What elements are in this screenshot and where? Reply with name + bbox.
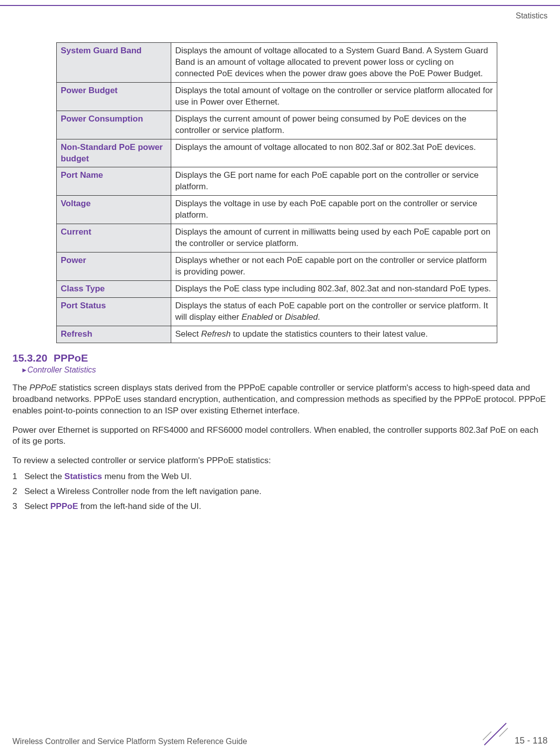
step-number: 3 — [12, 502, 24, 511]
table-row-label: Power Budget — [57, 82, 171, 111]
table-row-description: Displays the amount of current in milliw… — [171, 224, 497, 252]
step-number: 1 — [12, 472, 24, 482]
table-row: VoltageDisplays the voltage in use by ea… — [57, 196, 497, 224]
table-row: CurrentDisplays the amount of current in… — [57, 224, 497, 252]
list-item: 3Select PPPoE from the left-hand side of… — [12, 502, 548, 511]
table-row-label: Current — [57, 224, 171, 252]
table-row-description: Displays whether or not each PoE capable… — [171, 252, 497, 281]
paragraph-3: To review a selected controller or servi… — [12, 455, 548, 467]
paragraph-1: The PPPoE statistics screen displays sta… — [12, 382, 548, 417]
table-row-description: Displays the PoE class type including 80… — [171, 280, 497, 297]
table-row: Power BudgetDisplays the total amount of… — [57, 82, 497, 111]
statistics-definition-table: System Guard BandDisplays the amount of … — [56, 42, 497, 343]
table-row: Non-Standard PoE power budgetDisplays th… — [57, 139, 497, 167]
steps-list: 1Select the Statistics menu from the Web… — [12, 472, 548, 511]
breadcrumb: ▸Controller Statistics — [22, 365, 548, 375]
paragraph-2: Power over Ethernet is supported on RFS4… — [12, 425, 548, 448]
table-row-description: Displays the status of each PoE capable … — [171, 297, 497, 326]
table-row-description: Displays the total amount of voltage on … — [171, 82, 497, 111]
footer-guide-title: Wireless Controller and Service Platform… — [12, 737, 247, 746]
table-body: System Guard BandDisplays the amount of … — [57, 43, 497, 343]
step-text: Select PPPoE from the left-hand side of … — [24, 502, 201, 511]
table-row-label: Class Type — [57, 280, 171, 297]
table-row-label: Refresh — [57, 326, 171, 343]
page-footer: Wireless Controller and Service Platform… — [12, 736, 548, 746]
breadcrumb-text: Controller Statistics — [27, 366, 96, 374]
table-row-label: System Guard Band — [57, 43, 171, 83]
footer-page-number: 15 - 118 — [515, 736, 548, 746]
section-title: PPPoE — [54, 352, 88, 364]
table-row-label: Port Status — [57, 297, 171, 326]
table-row-label: Power Consumption — [57, 111, 171, 139]
table-row-description: Displays the current amount of power bei… — [171, 111, 497, 139]
list-item: 1Select the Statistics menu from the Web… — [12, 472, 548, 482]
section-number: 15.3.20 — [12, 352, 47, 364]
step-text: Select a Wireless Controller node from t… — [24, 487, 261, 497]
header-section-label: Statistics — [516, 11, 548, 20]
table-row-label: Voltage — [57, 196, 171, 224]
step-text: Select the Statistics menu from the Web … — [24, 472, 192, 482]
step-number: 2 — [12, 487, 24, 497]
header-divider — [0, 5, 560, 6]
table-row-label: Port Name — [57, 167, 171, 196]
table-row-description: Displays the voltage in use by each PoE … — [171, 196, 497, 224]
table-row: Power ConsumptionDisplays the current am… — [57, 111, 497, 139]
section-heading: 15.3.20 PPPoE — [12, 352, 548, 364]
table-row-description: Displays the GE port name for each PoE c… — [171, 167, 497, 196]
table-row: RefreshSelect Refresh to update the stat… — [57, 326, 497, 343]
table-row-description: Displays the amount of voltage allocated… — [171, 139, 497, 167]
table-row: Port NameDisplays the GE port name for e… — [57, 167, 497, 196]
table-row: PowerDisplays whether or not each PoE ca… — [57, 252, 497, 281]
table-row: Class TypeDisplays the PoE class type in… — [57, 280, 497, 297]
breadcrumb-arrow-icon: ▸ — [22, 365, 26, 375]
page-content: System Guard BandDisplays the amount of … — [0, 0, 560, 511]
table-row: System Guard BandDisplays the amount of … — [57, 43, 497, 83]
table-row-description: Displays the amount of voltage allocated… — [171, 43, 497, 83]
table-row-label: Power — [57, 252, 171, 281]
table-row-label: Non-Standard PoE power budget — [57, 139, 171, 167]
list-item: 2Select a Wireless Controller node from … — [12, 487, 548, 497]
table-row-description: Select Refresh to update the statistics … — [171, 326, 497, 343]
table-row: Port StatusDisplays the status of each P… — [57, 297, 497, 326]
